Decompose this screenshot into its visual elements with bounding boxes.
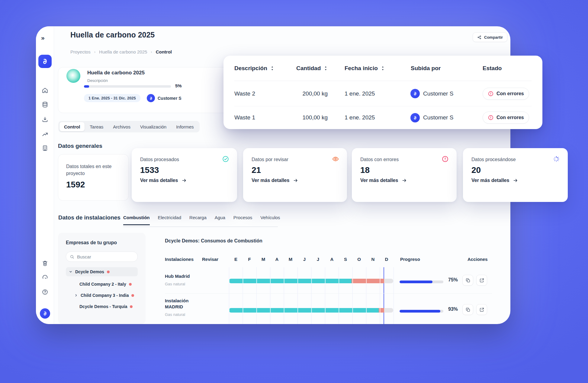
tab-vehiculos[interactable]: Vehículos xyxy=(260,215,280,225)
progress-fill xyxy=(400,310,440,313)
tree-item-dcycle-turquia[interactable]: Dcycle Demos - Turquía xyxy=(66,303,138,310)
col-descripcion[interactable]: Descripción xyxy=(234,65,296,72)
stat-value: 20 xyxy=(471,165,559,175)
cell-date: 1 ene. 2025 xyxy=(342,114,406,121)
sidebar-expand-icon[interactable]: » xyxy=(41,34,44,41)
user-avatar-logo[interactable]: ∂ xyxy=(40,308,50,319)
gantt-grid xyxy=(229,267,394,324)
company-search[interactable] xyxy=(66,252,138,262)
ver-mas-detalles-link[interactable]: Ver más detalles xyxy=(471,178,559,183)
month-ticks xyxy=(229,308,393,313)
sort-icon xyxy=(381,66,385,71)
search-input[interactable] xyxy=(77,254,134,259)
sidebar: » ∂ xyxy=(36,26,54,324)
tree-item-child-company-3[interactable]: Child Company 3 - India xyxy=(66,292,138,299)
facility-subtitle: Gas natural xyxy=(165,282,185,286)
row-divider xyxy=(165,293,492,294)
cell-status: Con errores xyxy=(478,88,532,100)
progress-label: 93% xyxy=(448,307,458,312)
arrow-right-icon xyxy=(402,178,407,183)
home-icon[interactable] xyxy=(42,87,48,94)
status-dot xyxy=(130,305,133,308)
arrow-right-icon xyxy=(182,178,187,183)
status-badge[interactable]: Con errores xyxy=(483,88,529,100)
total-data-label: Datos totales en este proyecto xyxy=(66,163,120,177)
dashboard-screenshot: » ∂ xyxy=(0,0,588,383)
table-row[interactable]: Waste 2 200,00 kg 1 ene. 2025 ∂ Customer… xyxy=(234,81,532,106)
month-label: D xyxy=(380,257,394,262)
tab-agua[interactable]: Agua xyxy=(215,215,225,225)
tab-archivos[interactable]: Archivos xyxy=(108,122,135,131)
chevron-down-icon xyxy=(69,270,72,274)
cell-uploaded-by: ∂ Customer S xyxy=(406,89,478,98)
tab-tareas[interactable]: Tareas xyxy=(85,122,108,131)
project-progress-fill xyxy=(84,85,89,88)
status-dot xyxy=(129,283,132,286)
gantt-bar-instalacion-madrid[interactable] xyxy=(229,308,393,313)
arrow-right-icon xyxy=(293,178,298,183)
tab-electricidad[interactable]: Electricidad xyxy=(158,215,182,225)
copy-button[interactable] xyxy=(462,275,473,286)
project-progress-bar xyxy=(84,85,171,88)
stat-card-con-errores: Datos con errores 18 Ver más detalles xyxy=(352,148,457,202)
gantt-bar-hub-madrid[interactable] xyxy=(229,279,393,283)
col-estado: Estado xyxy=(478,65,532,72)
user-avatar: ∂ xyxy=(410,89,420,98)
page-title: Huella de carbono 2025 xyxy=(70,31,155,39)
tab-visualizacion[interactable]: Visualización xyxy=(136,122,171,131)
open-external-button[interactable] xyxy=(476,304,487,315)
companies-panel: Empresas de tu grupo Dcycle Demos Child … xyxy=(58,233,146,324)
share-button[interactable]: Compartir xyxy=(473,32,507,42)
tab-informes[interactable]: Informes xyxy=(172,122,198,131)
month-label: M xyxy=(284,257,297,262)
tab-combustion[interactable]: Combustión xyxy=(123,215,150,225)
col-progreso: Progreso xyxy=(400,257,420,262)
tab-control[interactable]: Control xyxy=(59,122,85,131)
project-description: Descripción xyxy=(87,78,108,83)
sort-icon xyxy=(270,66,274,71)
stat-card-procesados: Datos procesados 1533 Ver más detalles xyxy=(132,148,237,202)
share-icon xyxy=(477,35,482,40)
project-owner: ∂ Customer S xyxy=(147,94,182,102)
month-ticks xyxy=(229,279,393,283)
ver-mas-detalles-link[interactable]: Ver más detalles xyxy=(140,178,229,183)
datos-generales-heading: Datos generales xyxy=(58,143,102,149)
status-dot xyxy=(107,271,110,273)
cell-status: Con errores xyxy=(478,112,532,124)
table-row[interactable]: Waste 1 100,00 kg 1 ene. 2025 ∂ Customer… xyxy=(234,106,532,129)
tree-item-child-company-2[interactable]: Child Company 2 - Italy xyxy=(66,281,138,287)
dcycle-logo[interactable]: ∂ xyxy=(38,55,52,68)
building-icon[interactable] xyxy=(42,145,48,151)
project-date-range: 1 Ene. 2025 - 31 Dic. 2025 xyxy=(84,94,140,102)
col-cantidad[interactable]: Cantidad xyxy=(296,65,342,72)
breadcrumb-current: Control xyxy=(156,49,172,54)
tree-item-dcycle-demos[interactable]: Dcycle Demos xyxy=(66,267,138,276)
status-badge[interactable]: Con errores xyxy=(483,112,529,124)
help-icon[interactable] xyxy=(42,289,48,295)
owner-avatar: ∂ xyxy=(147,94,155,102)
arrow-right-icon xyxy=(513,178,518,183)
gauge-icon[interactable] xyxy=(42,274,48,281)
stat-value: 1533 xyxy=(140,165,229,175)
ver-mas-detalles-link[interactable]: Ver más detalles xyxy=(360,178,448,183)
open-external-button[interactable] xyxy=(476,275,487,286)
download-icon[interactable] xyxy=(42,116,48,123)
instalaciones-tabs: Combustión Electricidad Recarga Agua Pro… xyxy=(123,215,280,225)
copy-icon xyxy=(465,307,471,312)
ver-mas-detalles-link[interactable]: Ver más detalles xyxy=(252,178,339,183)
facility-name-line2: MADRID xyxy=(165,304,183,309)
tab-procesos[interactable]: Procesos xyxy=(233,215,252,225)
trending-up-icon[interactable] xyxy=(42,131,48,138)
col-fecha-inicio[interactable]: Fecha inicio xyxy=(342,65,406,72)
copy-button[interactable] xyxy=(462,304,473,315)
chevron-right-icon: › xyxy=(151,50,152,54)
database-icon[interactable] xyxy=(42,101,48,108)
col-acciones: Acciones xyxy=(468,257,488,262)
breadcrumb-project[interactable]: Huella de carbono 2025 xyxy=(99,49,147,54)
facility-name: Instalación xyxy=(165,298,188,303)
tab-recarga[interactable]: Recarga xyxy=(189,215,207,225)
trash-icon[interactable] xyxy=(42,260,48,267)
breadcrumb-proyectos[interactable]: Proyectos xyxy=(70,49,91,54)
external-link-icon xyxy=(479,278,484,283)
cell-date: 1 ene. 2025 xyxy=(342,90,406,97)
